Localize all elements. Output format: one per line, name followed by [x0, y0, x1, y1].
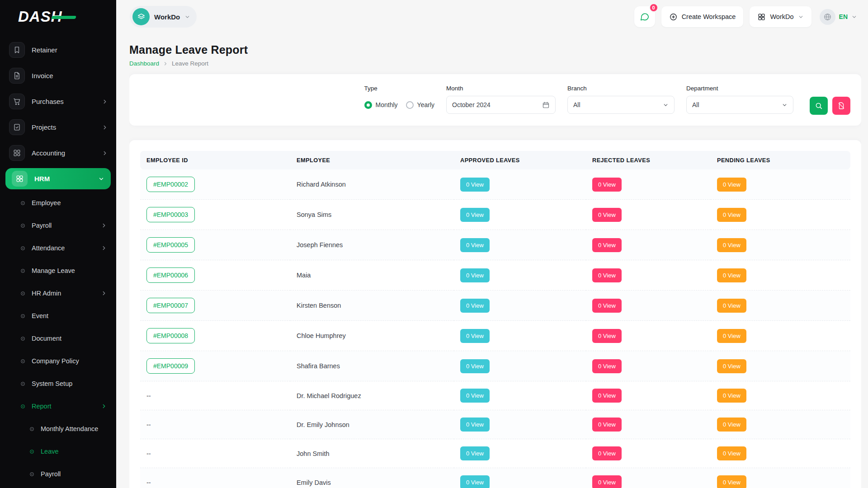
- employee-id-badge[interactable]: #EMP00003: [146, 207, 195, 222]
- sidebar-item-leave[interactable]: Leave: [0, 440, 116, 463]
- sidebar-item-accounting[interactable]: Accounting: [0, 140, 116, 166]
- chevron-down-icon: [98, 176, 104, 182]
- rejected-leaves-view-button[interactable]: 0 View: [592, 389, 622, 403]
- department-select[interactable]: All: [686, 96, 793, 114]
- pending-leaves-view-button[interactable]: 0 View: [717, 268, 746, 282]
- branch-select[interactable]: All: [567, 96, 675, 114]
- table-row: --Dr. Michael Rodriguez0 View0 View0 Vie…: [140, 381, 850, 410]
- sidebar-item-system-setup[interactable]: System Setup: [0, 372, 116, 395]
- page-title: Manage Leave Report: [129, 43, 861, 56]
- breadcrumb-dashboard-link[interactable]: Dashboard: [129, 60, 159, 67]
- sidebar-item-report[interactable]: Report: [0, 395, 116, 418]
- employee-name: John Smith: [297, 450, 330, 457]
- pending-leaves-view-button[interactable]: 0 View: [717, 299, 746, 313]
- month-input[interactable]: October 2024: [446, 96, 556, 114]
- approved-leaves-view-button[interactable]: 0 View: [460, 299, 490, 313]
- sidebar-item-payroll-report[interactable]: Payroll: [0, 463, 116, 485]
- employee-id-badge[interactable]: #EMP00009: [146, 358, 195, 374]
- create-workspace-button[interactable]: Create Workspace: [661, 6, 744, 27]
- sidebar-item-attendance[interactable]: Attendance: [0, 237, 116, 259]
- approved-leaves-view-button[interactable]: 0 View: [460, 418, 490, 432]
- pending-leaves-view-button[interactable]: 0 View: [717, 329, 746, 343]
- approved-leaves-view-button[interactable]: 0 View: [460, 359, 490, 373]
- pending-leaves-view-button[interactable]: 0 View: [717, 389, 746, 403]
- type-radio-monthly[interactable]: Monthly: [364, 101, 398, 109]
- sidebar-item-document[interactable]: Document: [0, 327, 116, 350]
- rejected-leaves-view-button[interactable]: 0 View: [592, 238, 622, 252]
- employee-id-badge[interactable]: #EMP00005: [146, 237, 195, 253]
- sidebar-item-monthly-attendance[interactable]: Monthly Attendance: [0, 418, 116, 440]
- circle-dot-icon: [20, 313, 26, 319]
- rejected-leaves-view-button[interactable]: 0 View: [592, 299, 622, 313]
- sidebar-item-event[interactable]: Event: [0, 305, 116, 327]
- employee-id-badge[interactable]: #EMP00008: [146, 328, 195, 343]
- rejected-leaves-view-button[interactable]: 0 View: [592, 329, 622, 343]
- language-selector[interactable]: EN: [820, 9, 857, 25]
- sidebar-item-projects[interactable]: Projects: [0, 114, 116, 140]
- approved-leaves-view-button[interactable]: 0 View: [460, 178, 490, 192]
- sidebar-item-payroll[interactable]: Payroll: [0, 214, 116, 237]
- leave-table-body: #EMP00002Richard Atkinson0 View0 View0 V…: [140, 169, 850, 488]
- purchases-icon: [9, 94, 25, 109]
- sidebar-item-invoice[interactable]: Invoice: [0, 63, 116, 89]
- approved-leaves-view-button[interactable]: 0 View: [460, 238, 490, 252]
- filters-row: Type MonthlyYearly Month October 2024 Br…: [140, 85, 850, 115]
- column-header: REJECTED LEAVES: [586, 151, 711, 169]
- chevron-right-icon: [101, 222, 107, 229]
- employee-id-badge[interactable]: #EMP00006: [146, 267, 195, 283]
- sidebar-item-purchases[interactable]: Purchases: [0, 89, 116, 114]
- rejected-leaves-view-button[interactable]: 0 View: [592, 359, 622, 373]
- table-row: #EMP00002Richard Atkinson0 View0 View0 V…: [140, 169, 850, 200]
- app-logo[interactable]: DASH: [0, 0, 116, 33]
- rejected-leaves-view-button[interactable]: 0 View: [592, 446, 622, 460]
- rejected-leaves-view-button[interactable]: 0 View: [592, 208, 622, 222]
- messages-badge: 0: [649, 3, 658, 12]
- circle-dot-icon: [20, 358, 26, 364]
- approved-leaves-view-button[interactable]: 0 View: [460, 389, 490, 403]
- type-radio-yearly[interactable]: Yearly: [406, 101, 434, 109]
- rejected-leaves-view-button[interactable]: 0 View: [592, 418, 622, 432]
- reset-icon: [837, 102, 845, 110]
- pending-leaves-view-button[interactable]: 0 View: [717, 238, 746, 252]
- table-row: --Emily Davis0 View0 View0 View: [140, 468, 850, 488]
- employee-name: Emily Davis: [297, 479, 331, 486]
- accounting-icon: [9, 145, 25, 161]
- rejected-leaves-view-button[interactable]: 0 View: [592, 178, 622, 192]
- sidebar-item-pos[interactable]: POS: [0, 485, 116, 488]
- employee-id-badge[interactable]: #EMP00007: [146, 298, 195, 313]
- sidebar-item-manage-leave[interactable]: Manage Leave: [0, 259, 116, 282]
- sidebar-item-retainer[interactable]: Retainer: [0, 37, 116, 63]
- approved-leaves-view-button[interactable]: 0 View: [460, 475, 490, 488]
- search-button[interactable]: [810, 97, 828, 115]
- sidebar-item-hr-admin[interactable]: HR Admin: [0, 282, 116, 305]
- pending-leaves-view-button[interactable]: 0 View: [717, 178, 746, 192]
- workdo-menu-button[interactable]: WorkDo: [750, 6, 811, 27]
- pending-leaves-view-button[interactable]: 0 View: [717, 359, 746, 373]
- employee-id-badge[interactable]: #EMP00002: [146, 177, 195, 192]
- search-icon: [815, 102, 823, 110]
- approved-leaves-view-button[interactable]: 0 View: [460, 446, 490, 460]
- approved-leaves-view-button[interactable]: 0 View: [460, 329, 490, 343]
- employee-name: Dr. Emily Johnson: [297, 421, 349, 428]
- rejected-leaves-view-button[interactable]: 0 View: [592, 475, 622, 488]
- rejected-leaves-view-button[interactable]: 0 View: [592, 268, 622, 282]
- reset-filter-button[interactable]: [832, 97, 850, 115]
- workspace-avatar: [132, 8, 150, 25]
- messages-button[interactable]: 0: [634, 6, 655, 27]
- workspace-switcher[interactable]: WorkDo: [130, 6, 197, 28]
- sidebar-item-company-policy[interactable]: Company Policy: [0, 350, 116, 372]
- sidebar-item-employee[interactable]: Employee: [0, 192, 116, 214]
- pending-leaves-view-button[interactable]: 0 View: [717, 418, 746, 432]
- chevron-right-icon: [102, 124, 108, 131]
- pending-leaves-view-button[interactable]: 0 View: [717, 446, 746, 460]
- approved-leaves-view-button[interactable]: 0 View: [460, 268, 490, 282]
- sidebar-item-hrm[interactable]: HRM: [5, 168, 111, 189]
- sidebar-item-label: Monthly Attendance: [41, 425, 98, 432]
- month-label: Month: [446, 85, 556, 92]
- approved-leaves-view-button[interactable]: 0 View: [460, 208, 490, 222]
- pending-leaves-view-button[interactable]: 0 View: [717, 208, 746, 222]
- table-row: #EMP00007Kirsten Benson0 View0 View0 Vie…: [140, 291, 850, 321]
- pending-leaves-view-button[interactable]: 0 View: [717, 475, 746, 488]
- sidebar-item-label: Projects: [32, 123, 56, 131]
- globe-icon: [823, 13, 832, 21]
